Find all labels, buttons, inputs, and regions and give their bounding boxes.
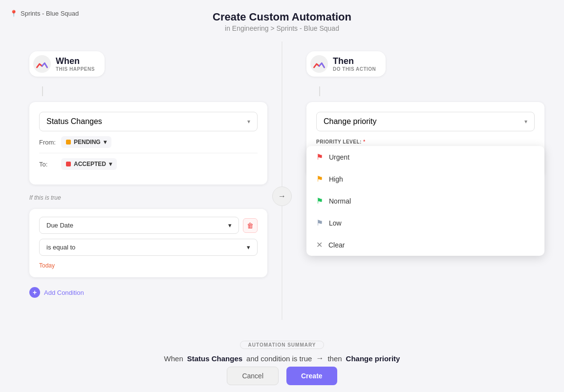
priority-option-normal[interactable]: ⚑ Normal: [306, 190, 544, 212]
breadcrumb: 📍 Sprints - Blue Squad: [10, 10, 79, 17]
low-label: Low: [329, 219, 342, 227]
add-condition-row[interactable]: + Add Condition: [29, 287, 267, 298]
high-flag-icon: ⚑: [316, 174, 323, 184]
when-badge-icon: [33, 55, 51, 73]
priority-menu: ⚑ Urgent ⚑ High ⚑ Normal ⚑ Low ✕ Clear: [306, 146, 544, 256]
condition-operator-dropdown[interactable]: is equal to ▾: [39, 239, 258, 256]
automation-summary-label: AUTOMATION SUMMARY: [240, 341, 325, 349]
condition-card: Due Date ▾ 🗑 is equal to ▾ Today: [29, 209, 267, 277]
create-button[interactable]: Create: [286, 367, 337, 385]
priority-option-high[interactable]: ⚑ High: [306, 168, 544, 190]
summary-then: then: [327, 354, 342, 363]
page-subtitle: in Engineering > Sprints - Blue Squad: [0, 24, 564, 32]
arrow-connector: →: [272, 186, 292, 206]
condition-delete-button[interactable]: 🗑: [243, 218, 258, 233]
connector-line-then: [319, 86, 320, 96]
from-label: From:: [39, 139, 56, 146]
condition-field-dropdown[interactable]: Due Date ▾: [39, 217, 239, 234]
if-true-label: If this is true: [29, 190, 267, 203]
nav-location: Sprints - Blue Squad: [21, 10, 79, 17]
clickup-logo-icon: [35, 57, 49, 71]
from-row: From: PENDING ▾: [39, 131, 258, 153]
from-status-value: PENDING: [74, 139, 101, 145]
condition-value: Today: [39, 261, 258, 269]
from-status-chevron: ▾: [104, 139, 107, 145]
to-status-pill[interactable]: ACCEPTED ▾: [61, 158, 117, 170]
to-status-chevron: ▾: [109, 161, 112, 167]
clear-label: Clear: [328, 241, 345, 249]
cancel-button[interactable]: Cancel: [227, 367, 279, 385]
condition-field-row: Due Date ▾ 🗑: [39, 217, 258, 234]
to-status-value: ACCEPTED: [74, 161, 106, 167]
right-panel: Then DO THIS ACTION Change priority ▾ PR…: [287, 41, 564, 333]
trigger-card: Status Changes ▾ From: PENDING ▾ To: ACC…: [29, 102, 267, 185]
condition-operator-row: is equal to ▾: [39, 239, 258, 256]
then-badge-text: Then DO THIS ACTION: [333, 56, 376, 72]
summary-when: When: [164, 354, 183, 363]
normal-flag-icon: ⚑: [316, 196, 323, 206]
then-badge-icon: [310, 55, 328, 73]
summary-action: Change priority: [346, 354, 400, 363]
trigger-dropdown[interactable]: Status Changes ▾: [39, 112, 258, 131]
from-status-dot: [66, 140, 71, 144]
trigger-dropdown-value: Status Changes: [46, 117, 102, 126]
clickup-logo-then-icon: [312, 57, 326, 71]
to-status-dot: [66, 162, 71, 166]
page-header: Create Custom Automation in Engineering …: [0, 0, 564, 32]
trigger-dropdown-chevron: ▾: [247, 118, 250, 125]
then-badge-row: Then DO THIS ACTION: [306, 51, 544, 77]
high-label: High: [329, 175, 343, 183]
automation-summary: AUTOMATION SUMMARY When Status Changes a…: [0, 340, 564, 363]
urgent-label: Urgent: [329, 153, 349, 161]
automation-summary-text: When Status Changes and condition is tru…: [0, 354, 564, 363]
left-panel: When THIS HAPPENS Status Changes ▾ From:…: [0, 41, 287, 333]
urgent-flag-icon: ⚑: [316, 152, 323, 162]
when-badge-text: When THIS HAPPENS: [56, 56, 95, 72]
when-badge-row: When THIS HAPPENS: [29, 51, 267, 77]
to-label: To:: [39, 161, 56, 168]
low-flag-icon: ⚑: [316, 218, 323, 227]
priority-option-low[interactable]: ⚑ Low: [306, 212, 544, 234]
action-dropdown-chevron: ▾: [524, 118, 527, 125]
normal-label: Normal: [329, 197, 351, 205]
condition-field-value: Due Date: [46, 222, 73, 229]
condition-operator-chevron: ▾: [247, 244, 250, 251]
to-row: To: ACCEPTED ▾: [39, 153, 258, 175]
condition-operator-value: is equal to: [46, 244, 75, 251]
add-condition-icon: +: [29, 287, 40, 298]
priority-level-label: PRIORITY LEVEL: *: [316, 139, 535, 144]
condition-field-chevron: ▾: [228, 222, 232, 229]
summary-mid: and condition is true: [246, 354, 312, 363]
priority-required-asterisk: *: [363, 139, 365, 144]
priority-option-urgent[interactable]: ⚑ Urgent: [306, 146, 544, 168]
when-badge: When THIS HAPPENS: [29, 51, 105, 77]
priority-option-clear[interactable]: ✕ Clear: [306, 234, 544, 256]
page-title: Create Custom Automation: [0, 11, 564, 23]
bottom-buttons: Cancel Create: [0, 367, 564, 385]
summary-trigger: Status Changes: [187, 354, 242, 363]
action-card: Change priority ▾ PRIORITY LEVEL: * ⚑ ⚑ …: [306, 102, 544, 177]
clear-icon: ✕: [316, 240, 323, 249]
then-badge: Then DO THIS ACTION: [306, 51, 386, 77]
action-dropdown-value: Change priority: [324, 117, 377, 126]
condition-today-link[interactable]: Today: [39, 262, 55, 269]
from-status-pill[interactable]: PENDING ▾: [61, 136, 111, 148]
connector-line-when: [42, 86, 43, 96]
location-icon: 📍: [10, 10, 18, 17]
summary-arrow: →: [316, 354, 324, 363]
action-dropdown[interactable]: Change priority ▾: [316, 112, 535, 131]
add-condition-label: Add Condition: [44, 289, 84, 296]
delete-icon: 🗑: [247, 222, 254, 229]
